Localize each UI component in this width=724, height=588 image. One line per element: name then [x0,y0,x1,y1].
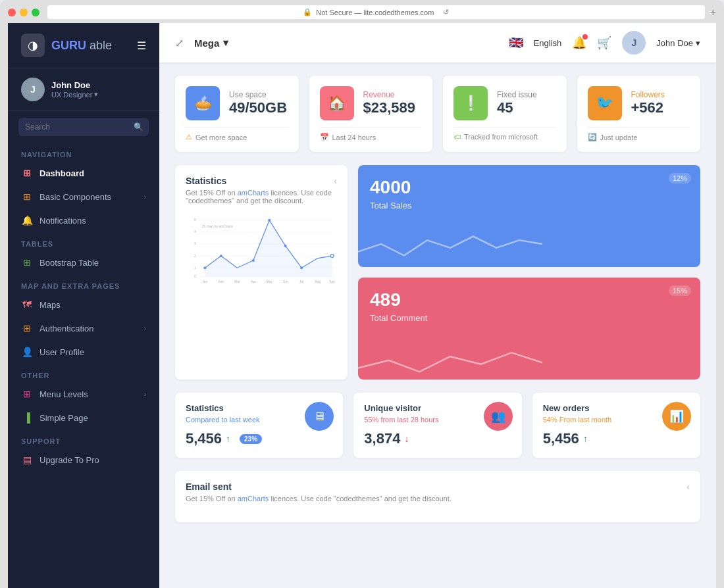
sidebar-item-notifications[interactable]: 🔔 Notifications [8,208,159,232]
sidebar-item-label: Upgrade To Pro [39,455,99,465]
sidebar-item-maps[interactable]: 🗺 Maps [8,293,159,316]
search-icon: 🔍 [134,122,143,132]
svg-text:4: 4 [194,230,196,233]
header-avatar[interactable]: J [622,31,646,55]
calendar-icon: 📅 [320,133,329,141]
svg-text:Jan: Jan [202,280,207,283]
chevron-down-icon: ▾ [223,37,228,49]
mega-menu-button[interactable]: Mega ▾ [194,37,228,49]
hamburger-button[interactable]: ☰ [137,39,146,52]
svg-text:May: May [267,280,273,283]
statistics-row: Statistics ‹ Get 15% Off on amCharts lic… [175,165,700,380]
sidebar-item-authentication[interactable]: ⊞ Authentication › [8,316,159,340]
menu-levels-icon: ⊞ [21,388,33,400]
notification-badge [582,34,588,39]
statistics-mini-icon: 🖥 [305,402,334,431]
fixed-issue-icon: ❕ [453,86,488,120]
chevron-right-icon: › [144,391,146,398]
sidebar-item-label: Bootstrap Table [39,258,99,268]
total-comment-panel: 489 Total Comment 15% [358,278,700,380]
maps-icon: 🗺 [21,299,33,310]
sidebar-item-user-profile[interactable]: 👤 User Profile [8,340,159,364]
fixed-issue-value: 45 [497,99,537,116]
new-orders-icon: 📊 [662,402,691,431]
mini-stat-cards-grid: 🖥 Statistics Compared to last week 5,456… [175,393,700,458]
chevron-down-icon: ▾ [94,90,98,99]
tag-icon: 🏷 [453,133,461,141]
chevron-right-icon: › [144,193,146,201]
use-space-icon: 🥧 [186,86,220,120]
user-name: John Doe [51,80,98,90]
email-sent-card: Email sent ‹ Get 15% Off on amCharts lic… [175,471,700,522]
sidebar-logo: ◑ GURU able ☰ [8,23,159,68]
svg-point-26 [284,245,287,247]
maximize-dot[interactable] [32,9,39,16]
warning-icon: ⚠ [186,133,192,141]
mini-card-unique-visitor: 👥 Unique visitor 55% from last 28 hours … [353,393,521,458]
chart-card-subtitle: Get 15% Off on amCharts licences. Use co… [186,189,337,205]
stat-cards-grid: 🥧 Use space 49/50GB ⚠ Get more space [175,76,700,152]
map-section-label: Map And Extra Pages [8,274,159,293]
svg-text:2: 2 [194,255,196,258]
svg-text:Jun: Jun [283,280,288,283]
messages-icon[interactable]: 🛒 [597,36,611,50]
search-input[interactable] [18,118,149,136]
minimize-dot[interactable] [20,9,28,16]
dashboard-icon: ⊞ [21,167,33,179]
mini-card-statistics: 🖥 Statistics Compared to last week 5,456… [175,393,343,458]
svg-point-25 [268,219,271,222]
logo-text: GURU able [51,39,112,53]
avatar: J [21,78,45,101]
total-comment-label: Total Comment [370,313,688,323]
sidebar-item-label: Notifications [39,216,86,226]
right-panels: 4000 Total Sales 12% 489 Total Comment 1… [358,165,700,380]
chevron-down-icon: ▾ [696,38,700,48]
trend-down-icon: ↓ [404,433,409,444]
email-card-title: Email sent ‹ [186,481,690,492]
amcharts-link-email[interactable]: amCharts [238,495,269,502]
collapse-email-button[interactable]: ‹ [686,481,690,492]
sidebar-item-bootstrap-table[interactable]: ⊞ Bootstrap Table [8,251,159,274]
sidebar-item-basic-components[interactable]: ⊞ Basic Components › [8,185,159,208]
expand-icon[interactable]: ⤢ [175,37,184,49]
language-label[interactable]: English [534,38,562,48]
total-comment-pct: 15% [669,285,691,296]
refresh-icon: 🔄 [588,133,597,141]
svg-point-24 [252,259,255,262]
sidebar-item-dashboard[interactable]: ⊞ Dashboard [8,161,159,185]
svg-text:Mar: Mar [234,280,240,283]
mini-card-new-orders: 📊 New orders 54% From last month 5,456 ↑ [532,393,700,458]
sidebar-item-simple-page[interactable]: ▐ Simple Page [8,406,159,429]
sidebar-item-label: Authentication [39,324,93,333]
svg-text:Feb: Feb [219,280,224,283]
sidebar-item-label: User Profile [39,347,84,357]
page-content: 🥧 Use space 49/50GB ⚠ Get more space [159,62,716,588]
sidebar-item-label: Menu Levels [39,389,88,399]
total-comment-number: 489 [370,289,688,310]
collapse-chart-button[interactable]: ‹ [334,176,337,186]
trend-up-icon: ↑ [583,433,588,444]
reload-icon[interactable]: ↺ [443,8,449,16]
sidebar-item-upgrade-pro[interactable]: ▤ Upgrade To Pro [8,448,159,472]
close-dot[interactable] [8,9,16,16]
stat-card-fixed-issue: ❕ Fixed issue 45 🏷 Tracked from microsof… [443,76,567,152]
sidebar-item-menu-levels[interactable]: ⊞ Menu Levels › [8,382,159,406]
header-username[interactable]: John Doe ▾ [656,38,700,48]
svg-text:Aug: Aug [315,280,321,283]
svg-point-28 [330,255,334,258]
mega-label: Mega [194,37,219,49]
user-info: John Doe UX Designer ▾ [51,80,98,99]
use-space-value: 49/50GB [229,99,287,116]
trend-up-icon: ↑ [226,433,230,444]
svg-text:Jul: Jul [299,280,303,283]
amcharts-link[interactable]: amCharts [238,189,269,197]
address-bar[interactable]: 🔒 Not Secure — lite.codedthemes.com ↺ [47,5,705,19]
lock-icon: 🔒 [303,8,312,16]
notifications-bell[interactable]: 🔔 [572,36,586,50]
stat-card-revenue: 🏠 Revenue $23,589 📅 Last 24 hours [309,76,433,152]
svg-point-22 [203,266,206,269]
sidebar-user: J John Doe UX Designer ▾ [8,68,159,111]
main-content: ⤢ Mega ▾ 🇬🇧 English 🔔 🛒 J John Doe ▾ [159,23,716,588]
new-tab-button[interactable]: + [710,7,716,18]
revenue-value: $23,589 [363,99,416,116]
